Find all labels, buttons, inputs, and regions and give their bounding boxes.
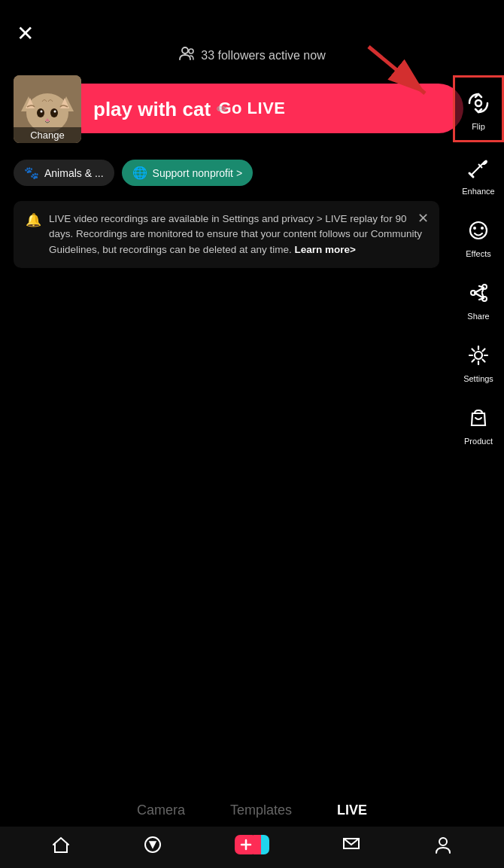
sidebar-item-flip[interactable]: Flip <box>453 75 504 142</box>
svg-point-20 <box>54 111 56 113</box>
svg-point-5 <box>473 227 476 230</box>
live-title: play with cat <box>93 98 211 121</box>
nonprofit-label: Support nonprofit > <box>153 167 242 179</box>
effects-icon <box>462 214 495 247</box>
svg-point-9 <box>482 297 487 301</box>
flip-label: Flip <box>472 122 485 131</box>
svg-point-22 <box>182 47 188 53</box>
learn-more-link[interactable]: Learn more> <box>294 244 355 255</box>
nav-item-templates[interactable]: Templates <box>230 798 292 823</box>
followers-text: 33 followers active now <box>201 49 325 62</box>
category-icon: 🐾 <box>24 166 39 180</box>
svg-point-10 <box>475 352 482 359</box>
sidebar-item-enhance[interactable]: Enhance <box>453 142 504 205</box>
notice-bell-icon: 🔔 <box>26 212 41 257</box>
share-label: Share <box>467 312 489 321</box>
notice-inner: 🔔 LIVE video recordings are available in… <box>26 212 427 257</box>
notice-close-button[interactable]: ✕ <box>417 210 429 227</box>
notice-box: 🔔 LIVE video recordings are available in… <box>14 201 439 268</box>
category-label: Animals & ... <box>44 167 104 179</box>
settings-icon <box>462 339 495 372</box>
title-row: play with cat ✏ <box>93 98 228 121</box>
add-icon[interactable] <box>235 833 269 861</box>
svg-point-30 <box>439 838 447 845</box>
svg-point-17 <box>37 108 44 117</box>
svg-point-6 <box>481 227 484 230</box>
close-button[interactable]: ✕ <box>17 21 34 46</box>
enhance-icon <box>462 151 495 184</box>
share-icon <box>462 276 495 309</box>
svg-point-7 <box>471 291 475 295</box>
nonprofit-icon: 🌐 <box>132 166 147 180</box>
product-label: Product <box>464 437 493 446</box>
sidebar-item-share[interactable]: Share <box>453 267 504 330</box>
nonprofit-button[interactable]: 🌐 Support nonprofit > <box>122 160 253 186</box>
svg-point-8 <box>482 285 487 289</box>
avatar-container: Change <box>14 75 81 143</box>
sidebar-item-settings[interactable]: Settings <box>453 330 504 392</box>
svg-point-23 <box>189 49 193 53</box>
bottom-nav: Camera Templates LIVE <box>0 798 504 823</box>
followers-icon <box>178 45 195 65</box>
svg-point-18 <box>50 108 58 117</box>
sidebar-item-product[interactable]: Product <box>453 392 504 455</box>
effects-label: Effects <box>466 249 490 258</box>
svg-point-3 <box>484 161 487 164</box>
profile-icon[interactable] <box>433 835 453 860</box>
category-row: 🐾 Animals & ... 🌐 Support nonprofit > <box>14 160 439 186</box>
red-arrow <box>361 39 436 110</box>
category-button[interactable]: 🐾 Animals & ... <box>14 160 114 186</box>
svg-point-2 <box>475 100 481 106</box>
sidebar-item-effects[interactable]: Effects <box>453 205 504 267</box>
bottom-icons-bar <box>0 827 504 868</box>
svg-point-19 <box>41 111 43 113</box>
svg-line-1 <box>369 47 425 93</box>
enhance-label: Enhance <box>462 187 494 196</box>
right-sidebar: Flip Enhance Effects <box>453 75 504 455</box>
nav-item-camera[interactable]: Camera <box>137 798 185 823</box>
notice-text: LIVE video recordings are available in S… <box>49 212 427 257</box>
nav-item-live[interactable]: LIVE <box>337 798 367 823</box>
svg-rect-27 <box>254 835 261 854</box>
change-label[interactable]: Change <box>14 127 81 143</box>
edit-icon[interactable]: ✏ <box>217 101 228 117</box>
product-icon <box>462 401 495 434</box>
inbox-icon[interactable] <box>342 835 361 860</box>
discover-icon[interactable] <box>143 835 162 860</box>
home-icon[interactable] <box>51 835 71 860</box>
svg-point-4 <box>470 222 487 239</box>
settings-label: Settings <box>463 374 493 383</box>
flip-icon <box>462 87 495 120</box>
